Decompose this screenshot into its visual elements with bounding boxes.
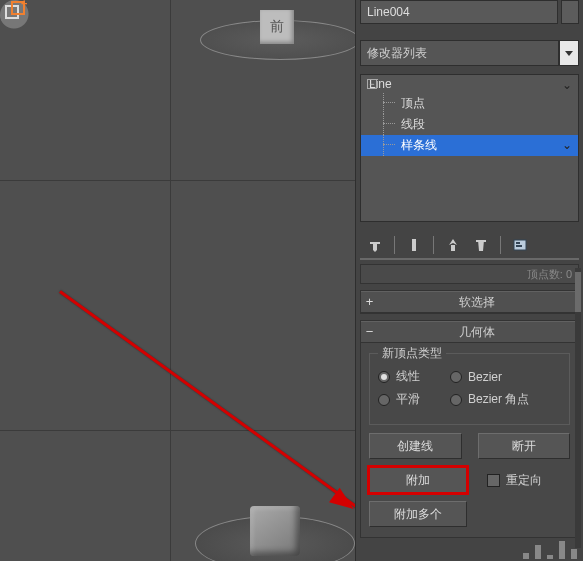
reorient-label: 重定向 — [506, 472, 542, 489]
break-button[interactable]: 断开 — [478, 433, 571, 459]
viewport-object-cube[interactable] — [250, 506, 300, 556]
viewport-maximize-icon[interactable]: + — [0, 0, 30, 30]
rollout-title: 软选择 — [375, 294, 578, 311]
rollout-head-geometry[interactable]: − 几何体 — [361, 321, 578, 343]
chevron-down-icon: ⌄ — [562, 78, 572, 92]
radio-smooth[interactable]: 平滑 — [378, 391, 420, 408]
viewport[interactable]: 前 + — [0, 0, 355, 561]
panel-scrollbar[interactable] — [575, 268, 581, 548]
object-name-field[interactable]: Line004 — [360, 0, 558, 24]
chevron-down-icon: ⌄ — [562, 138, 572, 152]
rollout-title: 几何体 — [375, 324, 578, 341]
remove-modifier-icon[interactable] — [470, 234, 492, 256]
radio-bezier-corner[interactable]: Bezier 角点 — [450, 391, 529, 408]
vertex-count-bar: 顶点数: 0 — [360, 264, 579, 284]
viewcube-face-front[interactable]: 前 — [260, 10, 294, 44]
stack-item-label: 顶点 — [401, 96, 425, 110]
attach-multiple-button[interactable]: 附加多个 — [369, 501, 467, 527]
svg-rect-3 — [412, 239, 416, 251]
rollout-geometry: − 几何体 新顶点类型 线性 Bezier 平滑 Bezier 角点 创建线 断… — [360, 320, 579, 538]
modify-panel: Line004 修改器列表 − Line ⌄ 顶点 线段 样条线 ⌄ — [355, 0, 583, 561]
status-bars-icon — [523, 541, 577, 559]
make-unique-icon[interactable] — [442, 234, 464, 256]
modifier-stack[interactable]: − Line ⌄ 顶点 线段 样条线 ⌄ — [360, 74, 579, 222]
svg-rect-6 — [516, 245, 522, 247]
stack-sub-segment[interactable]: 线段 — [361, 114, 578, 135]
annotation-arrow — [59, 290, 355, 516]
plus-icon: + — [364, 297, 375, 308]
group-title: 新顶点类型 — [378, 345, 446, 362]
stack-toolbar — [360, 232, 579, 260]
scroll-thumb[interactable] — [575, 272, 581, 312]
svg-text:+: + — [21, 0, 27, 9]
radio-bezier[interactable]: Bezier — [450, 368, 502, 385]
rollout-soft-selection: + 软选择 — [360, 290, 579, 314]
pin-stack-icon[interactable] — [364, 234, 386, 256]
stack-item-label: 样条线 — [401, 138, 437, 152]
show-end-result-icon[interactable] — [403, 234, 425, 256]
stack-item-line[interactable]: − Line ⌄ — [361, 75, 578, 93]
modifier-list-dropdown[interactable]: 修改器列表 — [360, 40, 559, 66]
stack-sub-spline[interactable]: 样条线 ⌄ — [361, 135, 578, 156]
rollout-head-soft-selection[interactable]: + 软选择 — [361, 291, 578, 313]
minus-icon: − — [364, 327, 375, 338]
object-color-swatch[interactable] — [561, 0, 579, 24]
attach-button[interactable]: 附加 — [369, 467, 467, 493]
create-line-button[interactable]: 创建线 — [369, 433, 462, 459]
stack-sub-vertex[interactable]: 顶点 — [361, 93, 578, 114]
svg-rect-5 — [516, 242, 520, 244]
modifier-list-dropdown-button[interactable] — [559, 40, 579, 66]
group-new-vertex-type: 新顶点类型 线性 Bezier 平滑 Bezier 角点 — [369, 353, 570, 425]
configure-sets-icon[interactable] — [509, 234, 531, 256]
radio-linear[interactable]: 线性 — [378, 368, 420, 385]
stack-item-label: 线段 — [401, 117, 425, 131]
reorient-checkbox[interactable] — [487, 474, 500, 487]
